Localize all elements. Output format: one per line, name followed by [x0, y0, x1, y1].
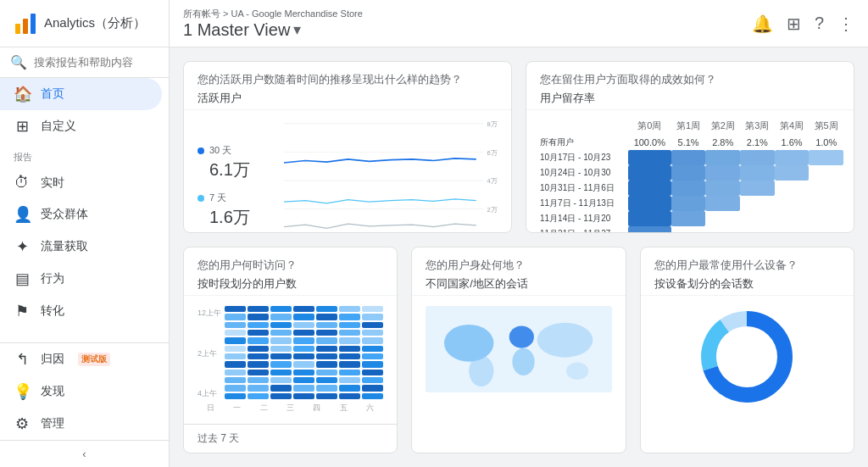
svg-rect-1	[23, 19, 28, 34]
heatmap-cell	[316, 322, 337, 328]
sidebar-item-admin[interactable]: ⚙ 管理	[0, 408, 162, 440]
sidebar-item-audience[interactable]: 👤 受众群体	[0, 198, 162, 231]
sidebar-item-home[interactable]: 🏠 首页	[0, 78, 162, 110]
time-y-labels: 12上午 2上午 4上午	[198, 306, 221, 399]
heatmap-cell	[293, 330, 314, 336]
sidebar-collapse-button[interactable]: ‹	[0, 440, 169, 467]
active-users-card: 您的活跃用户数随着时间的推移呈现出什么样的趋势？ 活跃用户 30 天 6.1万	[183, 61, 512, 233]
heatmap-cell	[362, 370, 383, 375]
ret-cell	[628, 181, 671, 196]
heatmap-cell	[270, 377, 292, 383]
apps-grid-icon[interactable]: ⊞	[787, 14, 801, 34]
heatmap-cell	[339, 361, 360, 367]
chart-legend: 30 天 6.1万 7 天 1.6万	[198, 144, 274, 233]
heatmap-cell	[270, 337, 292, 343]
ret-cell	[671, 226, 706, 233]
ret-cell	[740, 211, 775, 226]
view-selector[interactable]: 1 Master View ▾	[183, 20, 363, 40]
retention-inner-title: 用户留存率	[540, 91, 840, 106]
breadcrumb: 所有帐号 > UA - Google Merchandise Store	[183, 8, 363, 20]
sidebar-item-attribution[interactable]: ↰ 归因 测试版	[0, 343, 162, 375]
ret-cell	[705, 226, 740, 233]
heatmap-cell	[293, 393, 314, 399]
svg-text:4万: 4万	[487, 177, 497, 185]
heatmap-cell	[293, 322, 314, 328]
sidebar-conversion-label: 转化	[41, 303, 64, 319]
heatmap-cell	[339, 306, 360, 312]
session-time-body: 12上午 2上午 4上午 日一二三四五六	[184, 296, 397, 424]
dashboard: 您的活跃用户数随着时间的推移呈现出什么样的趋势？ 活跃用户 30 天 6.1万	[170, 47, 868, 467]
heatmap-cell	[339, 377, 360, 383]
geo-body	[412, 296, 625, 453]
heatmap-cell	[362, 306, 383, 312]
sidebar-item-realtime[interactable]: ⏱ 实时	[0, 167, 162, 198]
heatmap-cell	[362, 337, 383, 343]
ret-col-header-2: 第1周	[671, 117, 706, 135]
svg-point-17	[513, 348, 535, 375]
heatmap-cell	[225, 337, 246, 343]
session-time-inner-title: 按时段划分的用户数	[198, 276, 383, 292]
retention-table-row: 11月7日 - 11月13日	[537, 196, 843, 211]
heatmap-cell	[270, 330, 292, 336]
ret-cell	[705, 196, 740, 211]
realtime-icon: ⏱	[14, 174, 31, 192]
topbar-actions: 🔔 ⊞ ? ⋮	[752, 14, 854, 34]
ret-cell: 5.1%	[671, 135, 706, 150]
active-users-header: 您的活跃用户数随着时间的推移呈现出什么样的趋势？ 活跃用户	[184, 62, 511, 110]
session-time-card: 您的用户何时访问？ 按时段划分的用户数 12上午 2上午 4上午	[183, 247, 398, 453]
ret-cell	[775, 211, 810, 226]
ret-cell	[809, 226, 843, 233]
heatmap-cell	[293, 337, 314, 343]
session-time-footer: 过去 7 天	[184, 424, 397, 453]
ret-cell	[671, 165, 706, 181]
heatmap-cell	[316, 361, 337, 367]
heatmap-cell	[270, 393, 292, 399]
heatmap-cell	[270, 322, 292, 328]
heatmap-cell	[225, 370, 246, 375]
heatmap-cell	[248, 353, 269, 359]
svg-point-19	[566, 363, 588, 380]
heatmap-cell	[225, 377, 246, 383]
svg-point-16	[509, 325, 534, 347]
heatmap-cell	[362, 377, 383, 383]
more-options-icon[interactable]: ⋮	[837, 14, 854, 34]
heatmap-cell	[293, 306, 314, 312]
ret-row-label: 11月14日 - 11月20	[537, 211, 628, 226]
retention-question: 您在留住用户方面取得的成效如何？	[540, 72, 840, 87]
notifications-icon[interactable]: 🔔	[752, 14, 773, 34]
heatmap-cell	[339, 322, 360, 328]
heatmap-cell	[316, 306, 337, 312]
heatmap-cell	[339, 337, 360, 343]
conversion-icon: ⚑	[14, 302, 31, 320]
donut-chart-svg	[696, 306, 798, 408]
sidebar-behavior-label: 行为	[41, 271, 64, 286]
ret-cell	[628, 226, 671, 233]
ret-row-label: 所有用户	[537, 135, 628, 150]
heatmap-cell	[225, 330, 246, 336]
heatmap-cell	[248, 322, 269, 328]
svg-point-14	[444, 325, 493, 362]
time-label-12am: 12上午	[198, 308, 221, 319]
geo-inner-title: 不同国家/地区的会话	[426, 276, 611, 292]
help-icon[interactable]: ?	[815, 14, 824, 33]
admin-icon: ⚙	[14, 414, 31, 433]
chart-area: 30 天 6.1万 7 天 1.6万	[198, 120, 498, 233]
sidebar-item-acquisition[interactable]: ✦ 流量获取	[0, 231, 162, 263]
heatmap-cell	[225, 346, 246, 352]
retention-table-row: 11月14日 - 11月20	[537, 211, 843, 226]
heatmap-cell	[270, 314, 292, 320]
heatmap-x-labels: 日一二三四五六	[198, 403, 383, 414]
sidebar-item-discover[interactable]: 💡 发现	[0, 375, 162, 408]
ret-cell: 1.6%	[775, 135, 810, 150]
svg-text:2万: 2万	[487, 206, 497, 214]
sidebar-item-customize[interactable]: ⊞ 自定义	[0, 110, 162, 142]
chart-svg-container: 8万 6万 4万 2万 0 3110月 0711月 14 21 28	[284, 113, 498, 233]
ret-cell	[628, 165, 671, 181]
sidebar-item-conversion[interactable]: ⚑ 转化	[0, 295, 162, 327]
ret-col-header-0	[537, 117, 628, 135]
legend-7day: 7 天 1.6万	[198, 192, 274, 229]
sidebar-item-behavior[interactable]: ▤ 行为	[0, 263, 162, 295]
heatmap-cell	[316, 370, 337, 375]
search-input[interactable]	[34, 56, 159, 69]
device-inner-title: 按设备划分的会话数	[654, 276, 840, 292]
